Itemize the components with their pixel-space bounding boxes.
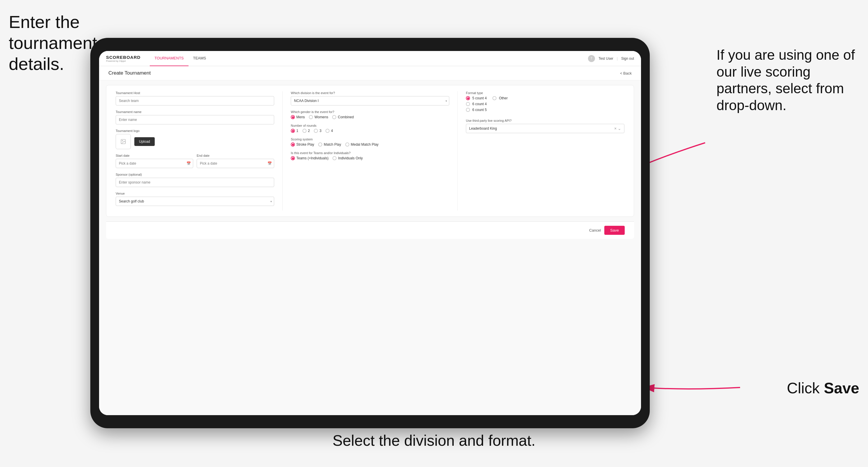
live-scoring-input[interactable]: Leaderboard King × ⌄ [466,124,624,133]
user-avatar: T [588,55,595,62]
round-2-radio[interactable] [303,129,307,133]
venue-select-wrap: Search golf club ▾ [116,197,274,206]
save-button[interactable]: Save [604,226,625,235]
upload-button[interactable]: Upload [134,137,155,146]
format-options-left: 5 count 4 6 count 4 6 count 5 [466,96,487,112]
live-scoring-clear[interactable]: × ⌄ [614,126,621,131]
nav-item-tournaments[interactable]: TOURNAMENTS [150,51,188,66]
format-5count4-label: 5 count 4 [472,96,487,100]
gender-label: Which gender is the event for? [291,110,449,114]
event-teams-label: Teams (+Individuals) [296,156,329,160]
nav-item-teams[interactable]: TEAMS [188,51,211,66]
round-2[interactable]: 2 [303,129,310,133]
tournament-name-input[interactable] [116,115,274,124]
dates-group: Start date 📅 End date 📅 [116,154,274,168]
round-3-label: 3 [319,129,321,133]
form-col-3: Format type 5 count 4 6 count 4 [458,91,624,211]
page-title: Create Tournament [108,70,151,76]
gender-womens-radio[interactable] [309,115,313,119]
format-6count5[interactable]: 6 count 5 [466,108,487,112]
start-date-input[interactable] [116,159,193,168]
live-scoring-value: Leaderboard King [469,126,497,130]
scoring-match-radio[interactable] [318,143,322,147]
calendar-icon-end: 📅 [268,161,272,165]
end-date-label: End date [197,154,274,157]
gender-combined[interactable]: Combined [332,115,354,119]
gender-womens-label: Womens [314,115,328,119]
sponsor-label: Sponsor (optional) [116,173,274,176]
gender-combined-label: Combined [338,115,354,119]
rounds-group: Number of rounds 1 2 [291,124,449,133]
scoring-match-label: Match Play [324,143,341,147]
scoring-medal-match-label: Medal Match Play [351,143,378,147]
back-button[interactable]: < Back [620,71,632,75]
division-group: Which division is the event for? NCAA Di… [291,91,449,105]
scoring-match[interactable]: Match Play [318,143,341,147]
gender-combined-radio[interactable] [332,115,336,119]
round-3[interactable]: 3 [314,129,321,133]
event-individuals[interactable]: Individuals Only [333,156,363,160]
scoring-medal-match-radio[interactable] [345,143,349,147]
start-date-wrap: 📅 [116,159,193,168]
format-options-container: 5 count 4 6 count 4 6 count 5 [466,96,624,112]
sponsor-group: Sponsor (optional) [116,173,274,187]
venue-label: Venue [116,192,274,195]
signout-link[interactable]: Sign out [621,57,634,61]
brand: SCOREBOARD Powered by Clippd [106,55,141,62]
tournament-host-input[interactable] [116,96,274,105]
form-col-2: Which division is the event for? NCAA Di… [283,91,458,211]
tournament-name-label: Tournament name [116,110,274,114]
tournament-host-label: Tournament Host [116,91,274,95]
start-date-label: Start date [116,154,193,157]
venue-select[interactable]: Search golf club [116,197,274,206]
annotation-top-right: If you are using one of our live scoring… [716,46,862,114]
cancel-button[interactable]: Cancel [589,228,601,232]
format-6count4[interactable]: 6 count 4 [466,102,487,106]
gender-mens-radio[interactable] [291,115,295,119]
division-label: Which division is the event for? [291,91,449,95]
tournament-name-group: Tournament name [116,110,274,124]
gender-womens[interactable]: Womens [309,115,328,119]
gender-radio-group: Mens Womens Combined [291,115,449,119]
format-other-radio[interactable] [492,96,496,100]
round-4[interactable]: 4 [326,129,333,133]
division-select-wrap: NCAA Division I ▾ [291,96,449,105]
round-2-label: 2 [308,129,310,133]
format-6count5-radio[interactable] [466,108,470,112]
tournament-logo-group: Tournament logo Upload [116,129,274,149]
gender-mens[interactable]: Mens [291,115,305,119]
end-date-wrap: 📅 [197,159,274,168]
event-individuals-radio[interactable] [333,156,337,160]
format-5count4[interactable]: 5 count 4 [466,96,487,100]
event-type-group: Is this event for Teams and/or Individua… [291,151,449,160]
page-header: Create Tournament < Back [99,66,641,81]
brand-sub: Powered by Clippd [106,60,141,62]
logo-upload-area: Upload [116,134,274,149]
end-date-input[interactable] [197,159,274,168]
scoring-medal-match[interactable]: Medal Match Play [345,143,378,147]
scoring-group: Scoring system Stroke Play Match Play [291,137,449,147]
gender-group: Which gender is the event for? Mens Wome… [291,110,449,119]
round-4-label: 4 [331,129,333,133]
format-other[interactable]: Other [492,96,507,100]
format-5count4-radio[interactable] [466,96,470,100]
scoring-stroke[interactable]: Stroke Play [291,143,314,147]
event-teams[interactable]: Teams (+Individuals) [291,156,329,160]
event-teams-radio[interactable] [291,156,295,160]
navbar-right: T Test User | Sign out [588,55,634,62]
round-4-radio[interactable] [326,129,330,133]
sponsor-input[interactable] [116,178,274,187]
scoring-stroke-radio[interactable] [291,143,295,147]
round-1-radio[interactable] [291,129,295,133]
form-col-1: Tournament Host Tournament name Tourname… [116,91,283,211]
tablet-screen: SCOREBOARD Powered by Clippd TOURNAMENTS… [99,51,641,415]
tournament-host-group: Tournament Host [116,91,274,105]
format-6count4-radio[interactable] [466,102,470,106]
round-3-radio[interactable] [314,129,318,133]
round-1[interactable]: 1 [291,129,298,133]
division-select[interactable]: NCAA Division I [291,96,449,105]
tournament-logo-label: Tournament logo [116,129,274,132]
brand-name: SCOREBOARD [106,55,141,60]
scoring-radio-group: Stroke Play Match Play Medal Match Play [291,143,449,147]
format-6count5-label: 6 count 5 [472,108,487,112]
